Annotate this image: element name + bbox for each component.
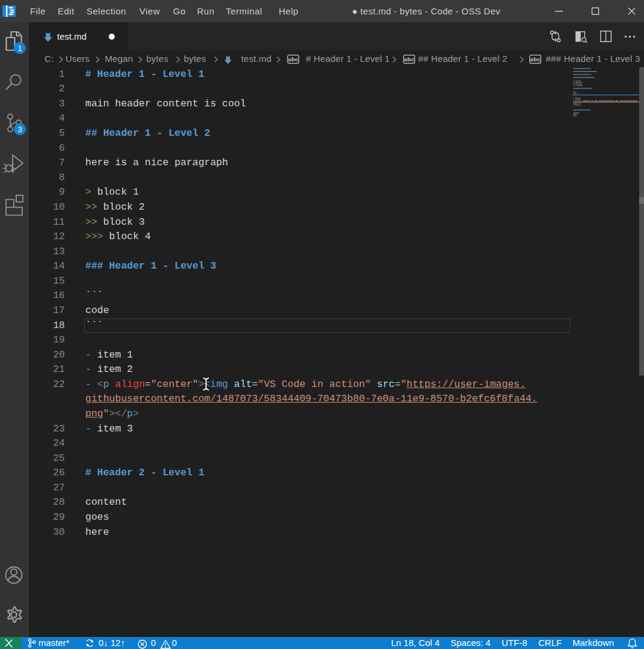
svg-text:abc: abc xyxy=(288,56,298,62)
svg-text:abc: abc xyxy=(530,56,541,62)
svg-text:abc: abc xyxy=(404,56,415,62)
svg-text:3: 3 xyxy=(17,125,22,134)
svg-text:1: 1 xyxy=(17,44,22,53)
